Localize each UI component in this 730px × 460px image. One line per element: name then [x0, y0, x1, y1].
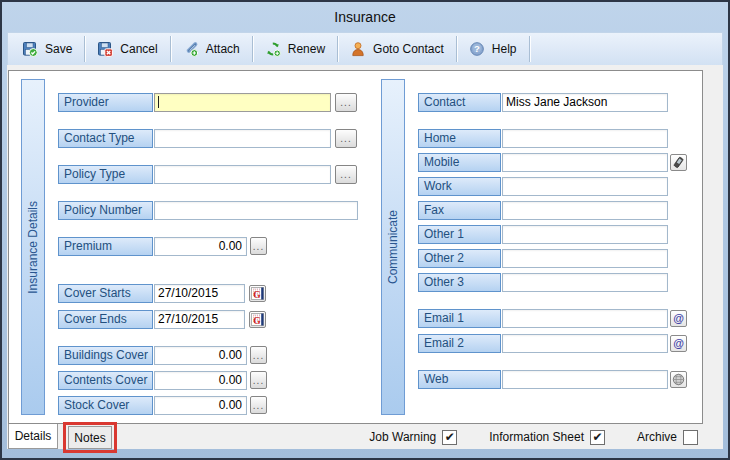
cancel-icon — [97, 41, 113, 57]
job-warning-checkbox[interactable]: ✔ — [442, 430, 457, 445]
attach-button[interactable]: Attach — [173, 35, 250, 63]
buildings-cover-browse-button[interactable]: ... — [250, 346, 267, 364]
goto-contact-button[interactable]: Goto Contact — [340, 35, 454, 63]
insurance-window: Insurance Save Cancel Attach Renew — [0, 0, 730, 460]
save-icon — [22, 41, 38, 57]
toolbar: Save Cancel Attach Renew Goto Contact — [7, 32, 723, 66]
cover-starts-input[interactable]: 27/10/2015 — [154, 284, 245, 303]
save-button[interactable]: Save — [12, 35, 82, 63]
cover-starts-calendar-button[interactable]: G — [249, 285, 266, 302]
tab-details[interactable]: Details — [8, 424, 58, 449]
toolbar-separator — [84, 36, 85, 62]
insurance-details-group-tab: Insurance Details — [21, 79, 45, 415]
archive-label: Archive — [637, 430, 677, 444]
toolbar-separator — [337, 36, 338, 62]
premium-browse-button[interactable]: ... — [250, 237, 267, 255]
stock-cover-label: Stock Cover — [58, 396, 153, 415]
email2-input[interactable] — [502, 334, 668, 353]
insurance-details-group-title: Insurance Details — [26, 201, 40, 294]
checkmark-icon: ✔ — [445, 431, 455, 443]
information-sheet-label: Information Sheet — [489, 430, 584, 444]
web-label: Web — [418, 370, 501, 389]
help-question-icon: ? — [469, 41, 485, 57]
web-open-button[interactable] — [670, 371, 687, 388]
stock-cover-browse-button[interactable]: ... — [250, 396, 267, 414]
cover-ends-input[interactable]: 27/10/2015 — [154, 310, 245, 329]
home-input[interactable] — [502, 129, 668, 148]
email1-send-button[interactable]: @ — [670, 310, 687, 327]
contents-cover-browse-button[interactable]: ... — [250, 371, 267, 389]
tab-notes[interactable]: Notes — [68, 426, 112, 449]
other2-label: Other 2 — [418, 249, 501, 268]
email1-input[interactable] — [502, 309, 668, 328]
toolbar-separator — [456, 36, 457, 62]
policy-number-input[interactable] — [154, 201, 358, 220]
contents-cover-input[interactable]: 0.00 — [154, 371, 247, 390]
calendar-icon: G — [251, 313, 264, 326]
cover-ends-calendar-button[interactable]: G — [249, 311, 266, 328]
other3-label: Other 3 — [418, 273, 501, 292]
contact-type-input[interactable] — [154, 129, 331, 148]
premium-input[interactable]: 0.00 — [154, 237, 247, 256]
other3-input[interactable] — [502, 273, 668, 292]
save-label: Save — [45, 42, 72, 56]
provider-input[interactable] — [154, 93, 331, 112]
help-button[interactable]: ? Help — [459, 35, 527, 63]
details-page-panel: Insurance Details Provider ... Contact T… — [8, 70, 703, 424]
premium-label: Premium — [58, 237, 153, 256]
work-input[interactable] — [502, 177, 668, 196]
renew-label: Renew — [288, 42, 325, 56]
svg-text:?: ? — [474, 43, 480, 54]
other1-label: Other 1 — [418, 225, 501, 244]
provider-label: Provider — [58, 93, 153, 112]
provider-browse-button[interactable]: ... — [335, 93, 357, 112]
email2-send-button[interactable]: @ — [670, 335, 687, 352]
contact-type-browse-button[interactable]: ... — [335, 129, 357, 148]
contents-cover-label: Contents Cover — [58, 371, 153, 390]
fax-input[interactable] — [502, 201, 668, 220]
window-chrome: Insurance Save Cancel Attach Renew — [2, 2, 728, 458]
communicate-group-title: Communicate — [386, 210, 400, 284]
person-icon — [350, 41, 366, 57]
email1-label: Email 1 — [418, 309, 501, 328]
calendar-icon: G — [251, 287, 264, 300]
contact-input[interactable]: Miss Jane Jackson — [502, 93, 668, 112]
policy-type-input[interactable] — [154, 165, 331, 184]
svg-text:G: G — [253, 316, 261, 326]
other1-input[interactable] — [502, 225, 668, 244]
titlebar: Insurance — [2, 2, 728, 32]
cancel-button[interactable]: Cancel — [87, 35, 167, 63]
communicate-group-tab: Communicate — [381, 79, 405, 415]
globe-icon — [672, 373, 685, 386]
cover-ends-label: Cover Ends — [58, 310, 153, 329]
mobile-dial-button[interactable] — [670, 154, 687, 171]
attach-label: Attach — [206, 42, 240, 56]
email2-label: Email 2 — [418, 334, 501, 353]
fax-label: Fax — [418, 201, 501, 220]
mobile-input[interactable] — [502, 153, 668, 172]
renew-button[interactable]: Renew — [255, 35, 335, 63]
tab-details-label: Details — [15, 429, 52, 443]
buildings-cover-label: Buildings Cover — [58, 346, 153, 365]
mobile-label: Mobile — [418, 153, 501, 172]
contact-label: Contact — [418, 93, 501, 112]
other2-input[interactable] — [502, 249, 668, 268]
stock-cover-input[interactable]: 0.00 — [154, 396, 247, 415]
footer-checkbox-row: Job Warning ✔ Information Sheet ✔ Archiv… — [369, 429, 698, 445]
policy-type-browse-button[interactable]: ... — [335, 165, 357, 184]
goto-contact-label: Goto Contact — [373, 42, 444, 56]
policy-number-label: Policy Number — [58, 201, 153, 220]
window-title: Insurance — [334, 9, 395, 25]
information-sheet-checkbox[interactable]: ✔ — [590, 430, 605, 445]
form-area: Insurance Details Provider ... Contact T… — [7, 65, 723, 449]
buildings-cover-input[interactable]: 0.00 — [154, 346, 247, 365]
text-caret — [158, 96, 159, 108]
job-warning-label: Job Warning — [369, 430, 436, 444]
help-label: Help — [492, 42, 517, 56]
tab-notes-label: Notes — [74, 431, 105, 445]
attach-paperclip-icon — [183, 41, 199, 57]
archive-checkbox[interactable] — [683, 430, 698, 445]
web-input[interactable] — [502, 370, 668, 389]
home-label: Home — [418, 129, 501, 148]
at-icon: @ — [673, 313, 684, 324]
